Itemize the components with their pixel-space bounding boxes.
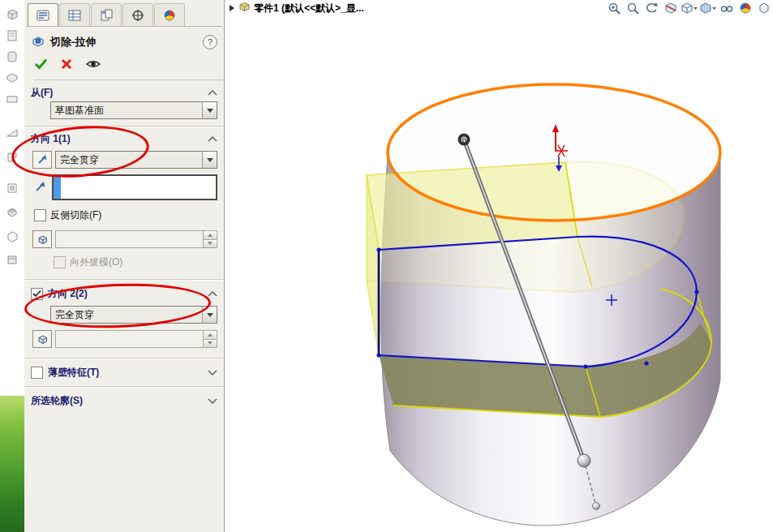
chevron-up-icon[interactable]: [208, 136, 217, 142]
chevron-up-icon[interactable]: [208, 90, 217, 96]
divider: [24, 126, 224, 127]
from-plane-value: 草图基准面: [51, 102, 202, 118]
reverse-direction-button[interactable]: [32, 151, 52, 169]
depth2-value: [56, 331, 203, 347]
section-direction2[interactable]: 方向 2(2): [24, 285, 224, 302]
depth1-spinner[interactable]: [55, 230, 217, 248]
feature-corner-icon[interactable]: [2, 148, 21, 166]
end-condition1-value: 完全贯穿: [56, 152, 202, 168]
previous-view-icon[interactable]: [642, 1, 661, 15]
propertymanager-tab-icon[interactable]: [28, 3, 58, 26]
direction2-checkbox[interactable]: [31, 288, 43, 300]
dimxpert-tab-icon[interactable]: [91, 3, 122, 26]
feature-sheet-icon[interactable]: [2, 26, 21, 45]
feature-wedge-icon[interactable]: [2, 123, 21, 142]
display-style-icon[interactable]: [698, 1, 717, 15]
chevron-down-icon[interactable]: [208, 370, 217, 375]
spinner-arrows-icon[interactable]: [203, 331, 217, 347]
tabstrip-divider: [26, 26, 222, 27]
draft-outward-checkbox: 向外拔模(O): [54, 255, 217, 269]
section-view-icon[interactable]: [661, 1, 680, 15]
dropdown-arrow-icon[interactable]: [202, 307, 217, 323]
section-direction1[interactable]: 方向 1(1): [24, 130, 224, 148]
axis-ball-icon[interactable]: [578, 454, 590, 467]
from-plane-dropdown[interactable]: 草图基准面: [50, 101, 217, 119]
end-condition1-dropdown[interactable]: 完全贯穿: [55, 151, 217, 169]
edit-appearance-icon[interactable]: [736, 1, 754, 15]
checkbox-box: [34, 209, 46, 221]
displaymanager-tab-icon[interactable]: [122, 3, 153, 26]
draft-outward-label: 向外拔模(O): [70, 255, 122, 269]
feature-shell-icon[interactable]: [2, 227, 21, 246]
depth2-spinner[interactable]: [55, 330, 217, 348]
depth-cube-icon: [32, 330, 52, 348]
feature-plate-icon[interactable]: [2, 89, 21, 108]
spinner-arrows-icon[interactable]: [203, 231, 217, 247]
axis-tip-ball-icon: [593, 503, 600, 510]
depth1-value: [56, 231, 203, 247]
cylinder-body[interactable]: [381, 84, 720, 526]
graphics-area[interactable]: 零件1 (默认<<默认>_显...: [225, 0, 773, 532]
end-condition2-value: 完全贯穿: [51, 307, 202, 323]
manager-tab-bar: [28, 3, 224, 26]
left-feature-strip: [0, 0, 24, 532]
feature-cylinder-icon[interactable]: [2, 47, 21, 66]
checkbox-box: [54, 256, 66, 268]
arrow-up-right-icon: [37, 154, 48, 165]
panel-title: 切除-拉伸: [50, 35, 96, 49]
dropdown-arrow-icon[interactable]: [202, 152, 217, 168]
propertymanager-panel: 切除-拉伸 ? 从(F) 草图基准面 方向 1(1) 完全贯穿: [24, 0, 225, 532]
part-document-icon: [238, 1, 251, 15]
chevron-up-icon[interactable]: [208, 291, 217, 297]
end-condition2-dropdown[interactable]: 完全贯穿: [50, 306, 217, 324]
feature-frame-icon[interactable]: [2, 178, 21, 197]
view-settings-icon[interactable]: [754, 1, 773, 15]
feature-boss-icon[interactable]: [2, 203, 21, 221]
feature-cube-icon[interactable]: [2, 5, 21, 24]
featuretree-expand-icon[interactable]: [229, 1, 235, 15]
depth-cube-icon: [32, 230, 52, 248]
thin-feature-label: 薄壁特征(T): [48, 366, 99, 380]
appearance-ball-tab-icon[interactable]: [154, 3, 185, 26]
flip-side-checkbox[interactable]: 反侧切除(F): [34, 208, 217, 222]
view-orientation-icon[interactable]: [680, 1, 698, 15]
zoom-area-icon[interactable]: [605, 1, 624, 15]
desktop-wallpaper-fragment: [0, 396, 24, 532]
dropdown-arrow-icon[interactable]: [202, 102, 217, 118]
section-selected-contours[interactable]: 所选轮廓(S): [24, 392, 224, 410]
section-from[interactable]: 从(F): [24, 84, 224, 101]
feature-block-icon[interactable]: [2, 68, 21, 87]
heads-up-toolbar: [605, 1, 773, 15]
cut-extrude-icon: [31, 34, 45, 51]
feature-box2-icon[interactable]: [2, 250, 21, 268]
flip-side-label: 反侧切除(F): [50, 208, 101, 222]
direction2-label: 方向 2(2): [48, 287, 88, 301]
configurationmanager-tab-icon[interactable]: [59, 3, 90, 26]
zoom-fit-icon[interactable]: [624, 1, 642, 15]
document-title[interactable]: 零件1 (默认<<默认>_显...: [254, 2, 364, 15]
preview-eye-icon[interactable]: [85, 58, 101, 72]
selected-contours-label: 所选轮廓(S): [31, 394, 83, 408]
from-label: 从(F): [31, 86, 53, 100]
chevron-down-icon[interactable]: [208, 398, 217, 404]
direction1-label: 方向 1(1): [31, 132, 71, 146]
help-icon[interactable]: ?: [203, 35, 217, 49]
hide-show-icon[interactable]: [717, 1, 736, 15]
selection-highlight: [54, 176, 61, 199]
section-thin-feature[interactable]: 薄壁特征(T): [24, 363, 224, 381]
direction1-arrow-icon: [34, 180, 52, 195]
model-viewport[interactable]: [225, 0, 773, 532]
direction-reference-field[interactable]: [52, 174, 217, 200]
thin-feature-checkbox[interactable]: [31, 367, 43, 379]
ok-check-icon[interactable]: [34, 58, 48, 72]
divider: [24, 386, 224, 387]
divider: [24, 279, 224, 280]
divider: [24, 358, 224, 358]
cancel-x-icon[interactable]: [61, 58, 72, 72]
